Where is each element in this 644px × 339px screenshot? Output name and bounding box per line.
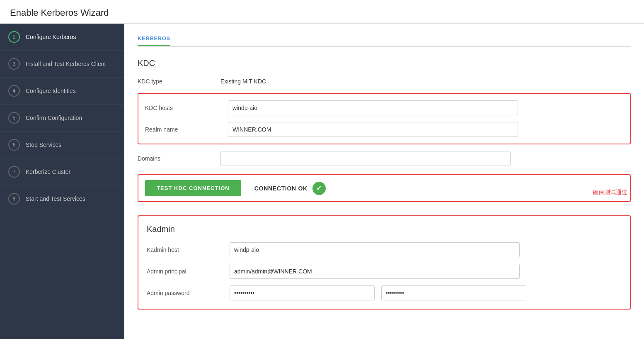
sidebar-label-configure-identities: Configure Identities <box>26 87 76 95</box>
sidebar-item-configure-identities[interactable]: 4 Configure Identities <box>0 78 124 105</box>
sidebar-item-kerberize-cluster[interactable]: 7 Kerberize Cluster <box>0 159 124 185</box>
kdc-hosts-row: KDC hosts <box>145 100 623 115</box>
sidebar-item-start-test-services[interactable]: 8 Start and Test Services <box>0 185 124 212</box>
sidebar-item-configure-kerberos[interactable]: 2 Configure Kerberos <box>0 24 124 51</box>
admin-principal-row: Admin principal <box>147 264 622 279</box>
sidebar-label-kerberize-cluster: Kerberize Cluster <box>26 168 70 176</box>
kdc-section-title: KDC <box>138 59 631 68</box>
content-area: KERBEROS KDC KDC type Existing MIT KDC K… <box>124 24 644 339</box>
kadmin-host-row: Kadmin host <box>147 242 622 257</box>
tab-kerberos[interactable]: KERBEROS <box>138 32 170 46</box>
kadmin-host-label: Kadmin host <box>147 246 230 253</box>
sidebar-item-confirm-configuration[interactable]: 5 Confirm Configuration <box>0 105 124 132</box>
test-kdc-row: TEST KDC CONNECTION CONNECTION OK ✓ <box>138 174 631 202</box>
domains-label: Domains <box>138 155 220 162</box>
admin-principal-label: Admin principal <box>147 268 230 275</box>
realm-name-input[interactable] <box>228 122 518 137</box>
note-text: 确保测试通过 <box>593 189 627 196</box>
step-circle-6: 6 <box>8 139 20 151</box>
step-circle-2: 2 <box>8 31 20 43</box>
kadmin-host-input[interactable] <box>230 242 520 257</box>
step-circle-3: 3 <box>8 58 20 70</box>
sidebar-label-stop-services: Stop Services <box>26 141 61 149</box>
admin-password-confirm-input[interactable] <box>381 285 526 300</box>
kdc-hosts-label: KDC hosts <box>145 105 228 111</box>
kdc-type-label: KDC type <box>138 78 220 85</box>
kdc-section: KDC KDC type Existing MIT KDC KDC hosts … <box>138 59 631 202</box>
kdc-type-row: KDC type Existing MIT KDC <box>138 78 631 85</box>
domains-input[interactable] <box>220 151 511 166</box>
admin-password-label: Admin password <box>147 290 230 296</box>
sidebar: 2 Configure Kerberos 3 Install and Test … <box>0 24 124 339</box>
step-circle-8: 8 <box>8 193 20 205</box>
kdc-hosts-input[interactable] <box>228 100 518 115</box>
connection-ok-label: CONNECTION OK <box>254 185 307 192</box>
sidebar-item-install-test[interactable]: 3 Install and Test Kerberos Client <box>0 51 124 78</box>
sidebar-label-install-test: Install and Test Kerberos Client <box>26 60 106 68</box>
sidebar-label-confirm-configuration: Confirm Configuration <box>26 114 82 122</box>
kdc-highlight-box: KDC hosts Realm name <box>138 93 631 144</box>
test-kdc-button[interactable]: TEST KDC CONNECTION <box>145 180 241 196</box>
kadmin-section: Kadmin Kadmin host Admin principal Admin… <box>138 215 631 310</box>
sidebar-label-start-test-services: Start and Test Services <box>26 195 85 202</box>
admin-password-input[interactable] <box>230 285 375 300</box>
kadmin-title: Kadmin <box>147 224 622 234</box>
domains-row: Domains <box>138 151 631 166</box>
step-circle-4: 4 <box>8 85 20 97</box>
sidebar-item-stop-services[interactable]: 6 Stop Services <box>0 132 124 159</box>
kdc-type-value: Existing MIT KDC <box>220 78 266 85</box>
admin-password-row: Admin password <box>147 285 622 300</box>
sidebar-label-configure-kerberos: Configure Kerberos <box>26 33 76 41</box>
admin-principal-input[interactable] <box>230 264 520 279</box>
tab-bar: KERBEROS <box>138 24 631 47</box>
realm-name-label: Realm name <box>145 126 228 133</box>
connection-ok-status: CONNECTION OK ✓ <box>254 182 326 195</box>
realm-name-row: Realm name <box>145 122 623 137</box>
ok-checkmark-icon: ✓ <box>312 182 326 195</box>
page-title: Enable Kerberos Wizard <box>0 0 644 24</box>
step-circle-7: 7 <box>8 166 20 178</box>
step-circle-5: 5 <box>8 112 20 124</box>
